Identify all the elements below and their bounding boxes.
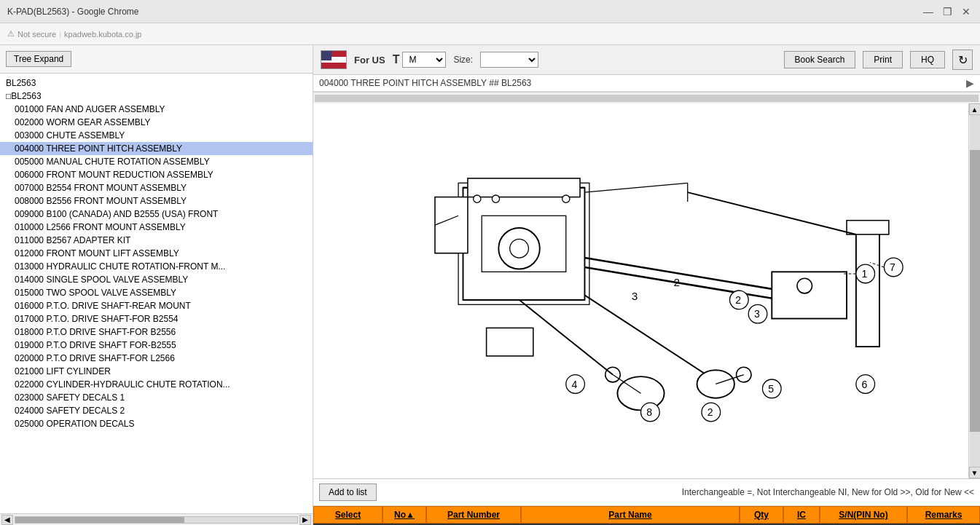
scroll-right-arrow[interactable]: ▶ xyxy=(299,515,311,525)
col-no[interactable]: No▲ xyxy=(383,506,426,524)
svg-text:7: 7 xyxy=(890,262,895,274)
v-scroll-thumb xyxy=(970,150,980,431)
tree-item-022000[interactable]: 022000 CYLINDER-HYDRAULIC CHUTE ROTATION… xyxy=(0,378,313,391)
svg-rect-15 xyxy=(772,272,847,319)
right-panel: For US T M S L Size: Book Search Print H… xyxy=(313,45,980,525)
tree-item-025000[interactable]: 025000 OPERATION DECALS xyxy=(0,417,313,430)
print-button[interactable]: Print xyxy=(863,51,903,68)
svg-line-12 xyxy=(584,258,781,291)
svg-point-6 xyxy=(474,195,481,202)
interchangeable-note: Interchangeable =, Not Interchangeable N… xyxy=(682,487,974,497)
tree-group-bl2563[interactable]: □BL2563 xyxy=(0,90,313,103)
tree-expand-button[interactable]: Tree Expand xyxy=(6,51,71,67)
horizontal-scroll-bar[interactable] xyxy=(313,92,980,103)
left-panel: Tree Expand BL2563 □BL2563 001000 FAN AN… xyxy=(0,45,313,525)
col-sn[interactable]: S/N(PIN No) xyxy=(820,506,907,524)
browser-addressbar: ⚠ Not secure | kpadweb.kubota.co.jp xyxy=(0,23,980,45)
font-size-dropdown[interactable]: M S L xyxy=(402,52,446,68)
col-qty[interactable]: Qty xyxy=(740,506,783,524)
tree-item-009000[interactable]: 009000 B100 (CANADA) AND B2555 (USA) FRO… xyxy=(0,208,313,221)
bottom-toolbar: Add to list Interchangeable =, Not Inter… xyxy=(313,479,980,506)
svg-rect-5 xyxy=(435,197,468,253)
security-indicator: ⚠ Not secure | kpadweb.kubota.co.jp xyxy=(7,29,141,39)
svg-point-11 xyxy=(510,240,529,258)
svg-line-13 xyxy=(584,267,781,300)
tree-item-015000[interactable]: 015000 TWO SPOOL VALVE ASSEMBLY xyxy=(0,286,313,299)
tree-root-bl2563-top[interactable]: BL2563 xyxy=(0,76,313,90)
tree-item-010000[interactable]: 010000 L2566 FRONT MOUNT ASSEMBLY xyxy=(0,221,313,234)
svg-text:2: 2 xyxy=(707,407,713,419)
parts-table-header: Select No▲ Part Number Part Name Qty IC … xyxy=(313,506,980,525)
svg-text:4: 4 xyxy=(571,379,577,390)
tree-item-003000[interactable]: 003000 CHUTE ASSEMBLY xyxy=(0,129,313,142)
tree-item-014000[interactable]: 014000 SINGLE SPOOL VALVE ASSEMBLY xyxy=(0,273,313,286)
col-ic[interactable]: IC xyxy=(783,506,820,524)
tree-item-005000[interactable]: 005000 MANUAL CHUTE ROTATION ASSEMBLY xyxy=(0,155,313,168)
col-part-name[interactable]: Part Name xyxy=(521,506,740,524)
tree-item-019000[interactable]: 019000 P.T.O DRIVE SHAFT FOR-B2555 xyxy=(0,339,313,352)
h-scroll-thumb-right xyxy=(315,95,979,102)
tree-item-012000[interactable]: 012000 FRONT MOUNT LIFT ASSEMBLY xyxy=(0,247,313,260)
close-button[interactable]: ✕ xyxy=(960,5,973,18)
add-to-list-button[interactable]: Add to list xyxy=(319,483,377,501)
svg-text:5: 5 xyxy=(768,383,774,395)
breadcrumb-text: 004000 THREE POINT HITCH ASSEMBLY ## BL2… xyxy=(319,78,531,88)
parts-diagram: 1 3 2 1 7 2 3 4 8 2 xyxy=(313,113,968,468)
tree-item-001000[interactable]: 001000 FAN AND AUGER ASSEMBLY xyxy=(0,103,313,116)
svg-rect-18 xyxy=(847,221,889,234)
tree-item-024000[interactable]: 024000 SAFETY DECALS 2 xyxy=(0,404,313,417)
tree-toolbar: Tree Expand xyxy=(0,45,313,74)
tree-item-002000[interactable]: 002000 WORM GEAR ASSEMBLY xyxy=(0,116,313,129)
us-flag-icon xyxy=(321,50,347,69)
app-container: Tree Expand BL2563 □BL2563 001000 FAN AN… xyxy=(0,45,980,525)
vertical-scrollbar[interactable]: ▲ ▼ xyxy=(968,103,980,478)
for-us-label: For US xyxy=(354,55,385,66)
tree-item-021000[interactable]: 021000 LIFT CYLINDER xyxy=(0,365,313,378)
col-select[interactable]: Select xyxy=(313,506,383,524)
tree-horizontal-scrollbar[interactable]: ◀ ▶ xyxy=(0,513,313,525)
svg-text:8: 8 xyxy=(646,407,652,419)
svg-text:3: 3 xyxy=(754,309,760,320)
scroll-left-arrow[interactable]: ◀ xyxy=(1,515,13,525)
tree-item-016000[interactable]: 016000 P.T.O. DRIVE SHAFT-REAR MOUNT xyxy=(0,299,313,312)
tree-item-006000[interactable]: 006000 FRONT MOUNT REDUCTION ASSEMBLY xyxy=(0,168,313,181)
col-part-number[interactable]: Part Number xyxy=(426,506,521,524)
tree-content[interactable]: BL2563 □BL2563 001000 FAN AND AUGER ASSE… xyxy=(0,74,313,513)
diagram-area: 1 3 2 1 7 2 3 4 8 2 xyxy=(313,103,968,478)
svg-line-54 xyxy=(688,193,856,235)
svg-rect-4 xyxy=(468,178,580,197)
tree-item-023000[interactable]: 023000 SAFETY DECALS 1 xyxy=(0,391,313,404)
svg-line-52 xyxy=(584,183,687,193)
refresh-button[interactable]: ↻ xyxy=(952,50,973,70)
right-main: 1 3 2 1 7 2 3 4 8 2 xyxy=(313,103,980,478)
browser-titlebar: K-PAD(BL2563) - Google Chrome — ❒ ✕ xyxy=(0,0,980,23)
scroll-down-arrow[interactable]: ▼ xyxy=(969,467,981,478)
tree-item-018000[interactable]: 018000 P.T.O DRIVE SHAFT-FOR B2556 xyxy=(0,325,313,339)
maximize-button[interactable]: ❒ xyxy=(941,5,954,18)
flag-canton xyxy=(321,51,332,60)
svg-point-7 xyxy=(492,195,499,202)
tree-item-017000[interactable]: 017000 P.T.O. DRIVE SHAFT-FOR B2554 xyxy=(0,312,313,325)
minimize-button[interactable]: — xyxy=(922,5,935,18)
svg-rect-17 xyxy=(856,226,879,347)
size-label: Size: xyxy=(453,55,473,65)
svg-text:2: 2 xyxy=(735,294,741,306)
tree-item-013000[interactable]: 013000 HYDRAULIC CHUTE ROTATION-FRONT M.… xyxy=(0,260,313,273)
v-scroll-track[interactable] xyxy=(970,115,980,467)
tree-item-004000[interactable]: 004000 THREE POINT HITCH ASSEMBLY xyxy=(0,142,313,155)
tree-item-011000[interactable]: 011000 B2567 ADAPTER KIT xyxy=(0,234,313,247)
tree-item-020000[interactable]: 020000 P.T.O DRIVE SHAFT-FOR L2566 xyxy=(0,352,313,365)
browser-title: K-PAD(BL2563) - Google Chrome xyxy=(7,7,139,17)
hq-button[interactable]: HQ xyxy=(910,51,945,68)
scroll-up-arrow[interactable]: ▲ xyxy=(969,103,981,115)
book-search-button[interactable]: Book Search xyxy=(784,51,856,68)
svg-rect-25 xyxy=(487,328,533,357)
breadcrumb-arrow[interactable]: ▶ xyxy=(966,77,974,89)
size-select[interactable] xyxy=(480,52,538,68)
col-remarks[interactable]: Remarks xyxy=(907,506,980,524)
svg-line-14 xyxy=(584,296,706,375)
tree-item-007000[interactable]: 007000 B2554 FRONT MOUNT ASSEMBLY xyxy=(0,181,313,194)
h-scroll-track[interactable] xyxy=(15,516,298,524)
h-scroll-track-right[interactable] xyxy=(315,95,979,102)
tree-item-008000[interactable]: 008000 B2556 FRONT MOUNT ASSEMBLY xyxy=(0,194,313,208)
